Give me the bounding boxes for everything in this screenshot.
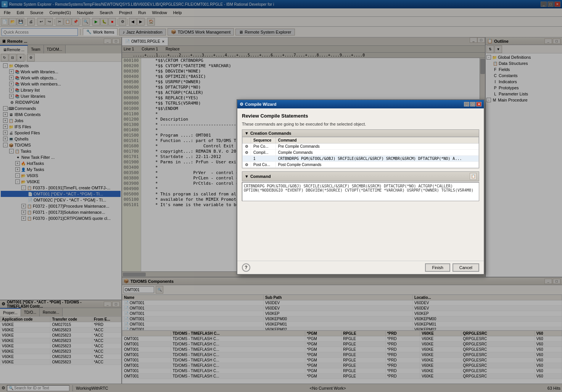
cmd-row-1[interactable]: 1 CRTBNDRPG PGM(&TOOL/&OBJ) SRCFILE(&SRC…: [243, 156, 479, 162]
modal-max-btn[interactable]: □: [470, 102, 475, 106]
cmd-label: ▼ Command 📋: [242, 171, 479, 181]
command-text[interactable]: CRTBNDRPG PGM(&TOOL/&OBJ) SRCFILE(&SRCL/…: [242, 182, 479, 201]
row1-seq: 1: [251, 156, 276, 162]
row1-icon-cell: [243, 156, 251, 162]
modal-section-title: Review Compile Statements: [242, 113, 479, 119]
post-icon-cell: ⚙: [243, 162, 251, 168]
compile-cmd: Compile Commands: [275, 150, 478, 156]
row1-cmd: CRTBNDRPG PGM(&TOOL/&OBJ) SRCFILE(&SRCL/…: [275, 156, 478, 162]
finish-button[interactable]: Finish: [425, 263, 450, 272]
help-button[interactable]: ?: [242, 263, 250, 272]
modal-overlay: ⚙ Compile Wizard _ □ ✕ Review Compile St…: [0, 0, 562, 392]
col-seq: Sequence: [251, 137, 276, 144]
modal-footer: ? Finish Cancel: [237, 261, 484, 274]
section-arrow: ▼: [245, 131, 249, 136]
modal-min-btn[interactable]: _: [464, 102, 469, 106]
col-icon: [243, 137, 251, 144]
col-cmd: Command: [275, 137, 478, 144]
post-seq: Post Co...: [251, 162, 276, 168]
creation-table: Sequence Command ⚙ Pre Co... Pre Compile…: [242, 137, 479, 168]
command-section: ▼ Command 📋 CRTBNDRPG PGM(&TOOL/&OBJ) SR…: [242, 171, 479, 201]
cmd-row-pre[interactable]: ⚙ Pre Co... Pre Compile Commands: [243, 144, 479, 150]
post-cmd: Post Compile Commands: [275, 162, 478, 168]
modal-title-buttons: _ □ ✕: [464, 102, 481, 106]
modal-desc: These commands are going to be executed …: [242, 122, 479, 126]
compile-wizard-modal: ⚙ Compile Wizard _ □ ✕ Review Compile St…: [237, 99, 485, 275]
creation-header[interactable]: ▼ Creation Commands: [242, 130, 479, 137]
pre-icon-cell: ⚙: [243, 144, 251, 150]
compile-seq: Compil...: [251, 150, 276, 156]
creation-commands-section: ▼ Creation Commands Sequence Command ⚙: [242, 129, 479, 168]
modal-title: Compile Wizard: [245, 102, 276, 106]
cancel-button[interactable]: Cancel: [452, 263, 479, 272]
modal-title-bar: ⚙ Compile Wizard _ □ ✕: [237, 100, 484, 108]
modal-body: Review Compile Statements These commands…: [237, 108, 484, 261]
compile-icon-cell: ⚙: [243, 150, 251, 156]
cmd-copy-btn[interactable]: 📋: [470, 173, 477, 180]
pre-seq: Pre Co...: [251, 144, 276, 150]
cmd-label-text: Command: [250, 174, 271, 179]
modal-close-btn[interactable]: ✕: [476, 102, 481, 106]
creation-title: Creation Commands: [250, 131, 291, 136]
pre-cmd: Pre Compile Commands: [275, 144, 478, 150]
wizard-icon: ⚙: [240, 102, 243, 107]
cmd-row-post[interactable]: ⚙ Post Co... Post Compile Commands: [243, 162, 479, 168]
cmd-row-compile[interactable]: ⚙ Compil... Compile Commands: [243, 150, 479, 156]
cmd-arrow: ▼: [245, 174, 249, 179]
